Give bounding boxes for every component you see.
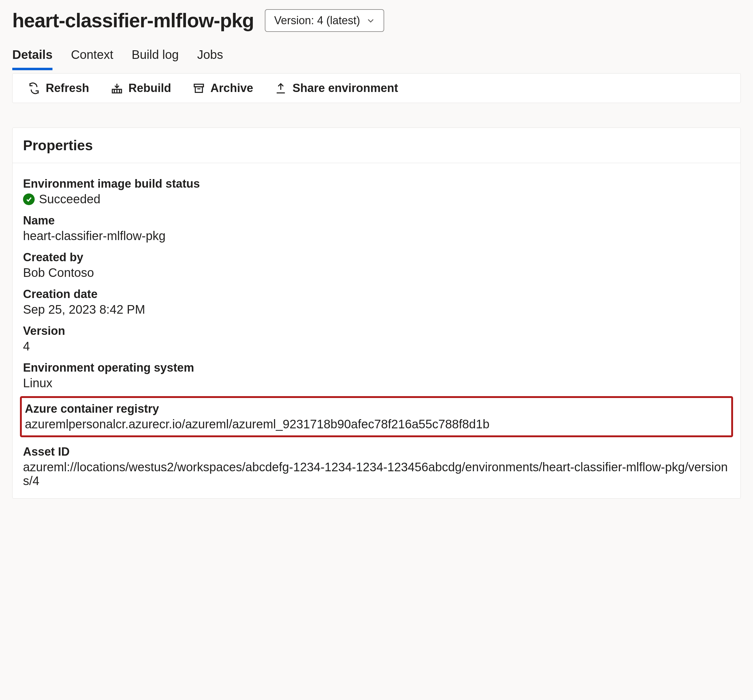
share-label: Share environment xyxy=(292,81,398,95)
tab-context[interactable]: Context xyxy=(71,45,113,70)
toolbar: Refresh Rebuild Archive Share environmen… xyxy=(12,73,741,103)
rebuild-button[interactable]: Rebuild xyxy=(111,81,171,95)
prop-build-status: Environment image build status Succeeded xyxy=(23,177,730,206)
rebuild-icon xyxy=(111,82,123,94)
panel-body: Environment image build status Succeeded… xyxy=(12,163,741,498)
share-icon xyxy=(275,82,287,94)
prop-label: Creation date xyxy=(23,288,730,301)
prop-label: Name xyxy=(23,214,730,227)
refresh-button[interactable]: Refresh xyxy=(28,81,89,95)
archive-button[interactable]: Archive xyxy=(193,81,253,95)
prop-label: Azure container registry xyxy=(25,402,728,415)
prop-version: Version 4 xyxy=(23,324,730,353)
header-row: heart-classifier-mlflow-pkg Version: 4 (… xyxy=(12,9,741,32)
archive-label: Archive xyxy=(211,81,253,95)
archive-icon xyxy=(193,82,205,94)
prop-creation-date: Creation date Sep 25, 2023 8:42 PM xyxy=(23,288,730,316)
prop-name: Name heart-classifier-mlflow-pkg xyxy=(23,214,730,243)
properties-panel: Properties Environment image build statu… xyxy=(12,128,741,499)
tab-build-log[interactable]: Build log xyxy=(132,45,178,70)
tabs: Details Context Build log Jobs xyxy=(12,45,741,70)
prop-asset-id: Asset ID azureml://locations/westus2/wor… xyxy=(23,445,730,488)
tab-details[interactable]: Details xyxy=(12,45,53,70)
prop-label: Environment image build status xyxy=(23,177,730,190)
chevron-down-icon xyxy=(366,16,375,25)
svg-rect-6 xyxy=(195,87,202,92)
prop-value: Sep 25, 2023 8:42 PM xyxy=(23,302,730,316)
prop-os: Environment operating system Linux xyxy=(23,361,730,390)
version-dropdown-label: Version: 4 (latest) xyxy=(274,14,360,27)
page-title: heart-classifier-mlflow-pkg xyxy=(12,9,254,32)
share-button[interactable]: Share environment xyxy=(275,81,398,95)
prop-label: Created by xyxy=(23,251,730,264)
panel-title: Properties xyxy=(12,128,741,163)
prop-label: Asset ID xyxy=(23,445,730,458)
prop-value: azuremlpersonalcr.azurecr.io/azureml/azu… xyxy=(25,417,728,431)
prop-value: azureml://locations/westus2/workspaces/a… xyxy=(23,460,730,488)
refresh-label: Refresh xyxy=(46,81,89,95)
prop-value: heart-classifier-mlflow-pkg xyxy=(23,229,730,243)
prop-created-by: Created by Bob Contoso xyxy=(23,251,730,280)
version-dropdown[interactable]: Version: 4 (latest) xyxy=(265,9,384,32)
check-icon xyxy=(23,193,35,205)
status-badge: Succeeded xyxy=(39,192,100,206)
refresh-icon xyxy=(28,82,40,94)
prop-acr: Azure container registry azuremlpersonal… xyxy=(20,396,733,437)
tab-jobs[interactable]: Jobs xyxy=(197,45,223,70)
prop-label: Version xyxy=(23,324,730,338)
prop-value: Linux xyxy=(23,376,730,390)
prop-label: Environment operating system xyxy=(23,361,730,374)
prop-value: Bob Contoso xyxy=(23,266,730,280)
rebuild-label: Rebuild xyxy=(128,81,171,95)
prop-value: 4 xyxy=(23,340,730,353)
